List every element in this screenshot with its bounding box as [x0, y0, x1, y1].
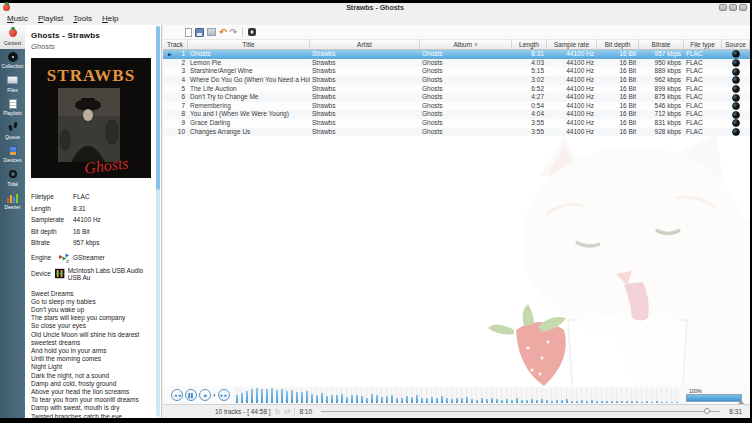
column-header-bitrate[interactable]: Bitrate: [639, 39, 684, 50]
minimize-button[interactable]: [719, 4, 727, 11]
menu-playlist[interactable]: Playlist: [38, 14, 63, 23]
menu-tools[interactable]: Tools: [73, 14, 92, 23]
cell-bit-depth: 16 Bit: [597, 67, 639, 76]
waveform-bar: [661, 402, 663, 403]
column-header-sample-rate[interactable]: Sample rate: [547, 39, 597, 50]
table-row[interactable]: 4Where Do You Go (When You Need a Hole t…: [163, 76, 750, 85]
table-row[interactable]: 10Changes Arrange UsStrawbsGhosts3:55441…: [163, 128, 750, 137]
cell-track: 9: [163, 119, 188, 128]
context-scrollbar[interactable]: [156, 26, 160, 417]
table-row[interactable]: 9Grace DarlingStrawbsGhosts3:5544100 Hz1…: [163, 119, 750, 128]
sidebar-item-queue[interactable]: Queue: [0, 119, 25, 143]
lyrics-line: Don't you wake up: [31, 306, 151, 314]
volume-handle[interactable]: [738, 400, 744, 404]
sidebar-item-playlists[interactable]: Playlists: [0, 96, 25, 120]
new-playlist-icon[interactable]: [185, 28, 192, 37]
cell-album: Ghosts: [420, 93, 512, 102]
table-row[interactable]: ▶1GhostsStrawbsGhosts8:3144100 Hz16 Bit9…: [163, 50, 750, 59]
menu-help[interactable]: Help: [102, 14, 118, 23]
sidebar-item-files[interactable]: Files: [0, 72, 25, 96]
cell-artist: Strawbs: [310, 93, 420, 102]
waveform-bar: [346, 397, 348, 403]
pause-button[interactable]: ▌▌: [185, 389, 197, 401]
sidebar-tabbar: ContextCollectionFilesPlaylistsQueueDevi…: [0, 25, 25, 418]
waveform-bar: [491, 398, 493, 403]
cell-track: 8: [163, 110, 188, 119]
stop-options-dropdown-icon[interactable]: ▾: [213, 392, 216, 398]
table-row[interactable]: 5The Life AuctionStrawbsGhosts6:5244100 …: [163, 85, 750, 94]
waveform-bar: [371, 394, 373, 403]
cell-bitrate: 546 kbps: [639, 102, 684, 111]
maximize-button[interactable]: [729, 4, 737, 11]
sidebar-item-tidal[interactable]: Tidal: [0, 166, 25, 190]
previous-button[interactable]: ◄◄: [171, 389, 183, 401]
volume-slider[interactable]: 100%: [686, 388, 744, 403]
cat-background-image: [428, 134, 750, 386]
waveform-bar: [456, 398, 458, 403]
column-header-source[interactable]: Source: [722, 39, 750, 50]
waveform-bar: [326, 396, 328, 403]
scroll-to-song-icon[interactable]: [248, 28, 256, 36]
seek-handle[interactable]: [704, 408, 710, 414]
cell-bit-depth: 16 Bit: [597, 110, 639, 119]
waveform-bar: [546, 400, 548, 403]
table-row[interactable]: 8You and I (When We Were Young)StrawbsGh…: [163, 110, 750, 119]
cell-album: Ghosts: [420, 76, 512, 85]
waveform-bar: [521, 400, 523, 403]
waveform-bar: [296, 392, 298, 403]
lyrics-line: Dark the night, not a sound: [31, 372, 151, 380]
sidebar-item-devices[interactable]: Devices: [0, 143, 25, 167]
table-row[interactable]: 7RememberingStrawbsGhosts0:5444100 Hz16 …: [163, 102, 750, 111]
cell-album: Ghosts: [420, 119, 512, 128]
cell-length: 4:03: [512, 59, 547, 68]
waveform-bar: [401, 398, 403, 403]
waveform-bar: [261, 389, 263, 403]
next-button[interactable]: ►►: [218, 389, 230, 401]
save-playlist-icon[interactable]: [195, 28, 204, 37]
column-header-artist[interactable]: Artist: [310, 39, 420, 50]
menu-music[interactable]: Music: [7, 14, 28, 23]
waveform-analyzer[interactable]: [236, 388, 680, 403]
sidebar-item-collection[interactable]: Collection: [0, 49, 25, 73]
waveform-bar: [266, 389, 268, 403]
cell-bitrate: 889 kbps: [639, 67, 684, 76]
table-row[interactable]: 3Starshine/Angel WineStrawbsGhosts5:1544…: [163, 67, 750, 76]
repeat-icon[interactable]: ↻: [275, 408, 281, 416]
column-header-file-type[interactable]: File type: [684, 39, 722, 50]
source-collection-icon: [732, 119, 740, 127]
sidebar-item-label: Playlists: [3, 110, 21, 116]
waveform-bar: [636, 401, 638, 403]
table-row[interactable]: 6Don't Try to Change MeStrawbsGhosts4:27…: [163, 93, 750, 102]
waveform-bar: [241, 393, 243, 403]
load-playlist-icon[interactable]: [207, 28, 216, 36]
column-header-title[interactable]: Title: [188, 39, 310, 50]
cell-artist: Strawbs: [310, 85, 420, 94]
cell-album: Ghosts: [420, 85, 512, 94]
now-playing-album: Ghosts: [31, 42, 153, 51]
column-header-length[interactable]: Length: [512, 39, 547, 50]
source-collection-icon: [732, 94, 740, 102]
column-header-track[interactable]: Track: [163, 39, 188, 50]
stop-button[interactable]: ■: [199, 389, 211, 401]
waveform-bar: [431, 397, 433, 403]
undo-icon[interactable]: ↶: [219, 27, 227, 37]
cell-bitrate: 928 kbps: [639, 128, 684, 137]
sidebar-item-context[interactable]: Context: [0, 25, 25, 49]
cell-track: 7: [163, 102, 188, 111]
column-header-album[interactable]: Album∨: [420, 39, 512, 50]
waveform-bar: [556, 400, 558, 403]
waveform-bar: [606, 401, 608, 403]
cell-sample-rate: 44100 Hz: [547, 93, 597, 102]
shuffle-icon[interactable]: ⇄: [285, 408, 291, 416]
redo-icon[interactable]: ↷: [230, 27, 238, 37]
app-window: Strawbs - Ghosts MusicPlaylistToolsHelp …: [0, 3, 750, 418]
seek-slider[interactable]: [321, 411, 720, 412]
close-button[interactable]: [739, 4, 747, 11]
equalizer-icon: [7, 192, 19, 203]
sidebar-item-deezer[interactable]: Deezer: [0, 190, 25, 214]
table-row[interactable]: 2Lemon PieStrawbsGhosts4:0344100 Hz16 Bi…: [163, 59, 750, 68]
column-header-bit-depth[interactable]: Bit depth: [597, 39, 639, 50]
waveform-bar: [321, 393, 323, 403]
cell-title: The Life Auction: [188, 85, 310, 94]
cell-length: 4:27: [512, 93, 547, 102]
